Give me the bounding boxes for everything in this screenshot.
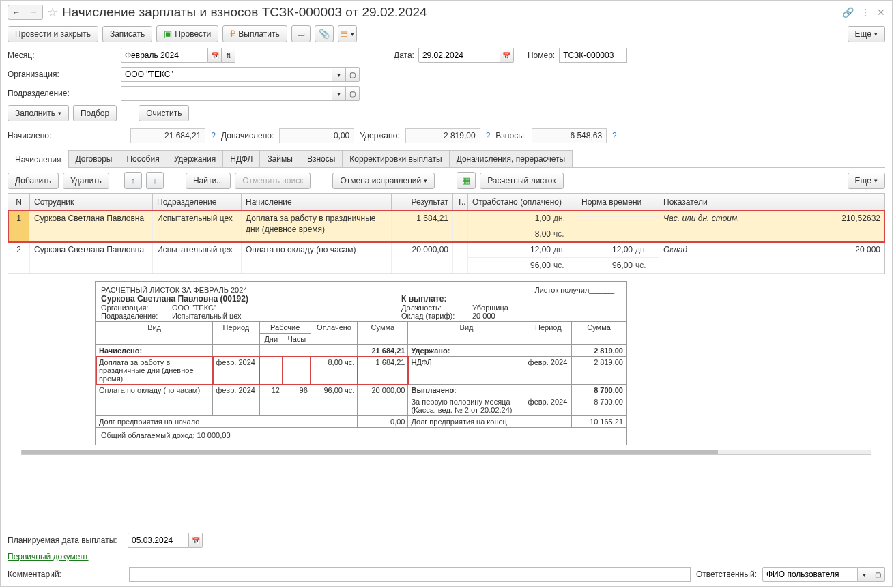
contrib-label: Взносы: xyxy=(495,131,526,141)
tab-accruals[interactable]: Начисления xyxy=(8,151,69,168)
move-down-button[interactable]: ↓ xyxy=(146,172,164,189)
col-n[interactable]: N xyxy=(8,194,30,210)
payslip-pay-label: К выплате: xyxy=(401,294,621,304)
accrued-label: Начислено: xyxy=(8,131,51,141)
clear-button[interactable]: Очистить xyxy=(139,105,189,121)
paydate-label: Планируемая дата выплаты: xyxy=(8,535,124,545)
withheld-value: 2 819,00 xyxy=(405,128,480,143)
arrow-down-icon: ↓ xyxy=(153,175,158,186)
date-input[interactable] xyxy=(418,48,500,63)
select-button[interactable]: Подбор xyxy=(73,105,117,121)
org-label: Организация: xyxy=(8,70,117,79)
number-input[interactable] xyxy=(559,48,627,63)
misc-button[interactable]: ▤▾ xyxy=(338,25,357,42)
table-row[interactable]: 1 Суркова Светлана Павловна Испытательны… xyxy=(8,211,884,242)
recalc-value: 0,00 xyxy=(279,128,354,143)
comment-input[interactable] xyxy=(129,567,691,582)
tabs: Начисления Договоры Пособия Удержания НД… xyxy=(8,150,885,168)
payslip: РАСЧЕТНЫЙ ЛИСТОК ЗА ФЕВРАЛЬ 2024 Листок … xyxy=(95,281,627,445)
col-indicators[interactable]: Показатели xyxy=(659,194,809,210)
open-icon[interactable]: ▢ xyxy=(346,67,360,82)
page-title: Начисление зарплаты и взносов ТСЗК-00000… xyxy=(62,5,427,20)
dropdown-icon[interactable]: ▾ xyxy=(858,567,871,582)
col-employee[interactable]: Сотрудник xyxy=(30,194,153,210)
spinner-icon[interactable]: ⇅ xyxy=(222,48,235,63)
favorite-icon[interactable]: ☆ xyxy=(47,5,58,20)
arrow-up-icon: ↑ xyxy=(131,175,136,186)
primary-doc-link[interactable]: Первичный документ xyxy=(8,552,89,561)
cancel-fix-button[interactable]: Отмена исправлений▾ xyxy=(332,173,435,189)
fill-button[interactable]: Заполнить▾ xyxy=(8,105,69,121)
responsible-label: Ответственный: xyxy=(696,570,757,579)
nav-forward-button[interactable]: → xyxy=(25,5,43,20)
grid-settings-button[interactable]: ▦ xyxy=(457,172,476,189)
date-label: Дата: xyxy=(394,50,414,60)
dept-input[interactable] xyxy=(121,86,332,101)
sub-more-button[interactable]: Еще▾ xyxy=(848,173,885,189)
table-row[interactable]: 2 Суркова Светлана Павловна Испытательны… xyxy=(8,242,884,274)
col-worked[interactable]: Отработано (оплачено) xyxy=(468,194,577,210)
help-icon[interactable]: ? xyxy=(211,131,216,141)
payslip-button[interactable]: Расчетный листок xyxy=(480,173,563,189)
payslip-employee: Суркова Светлана Павловна (00192) xyxy=(101,294,401,304)
calendar-icon[interactable]: 📅 xyxy=(189,533,203,548)
calendar-icon[interactable]: 📅 xyxy=(500,48,514,63)
close-icon[interactable]: ✕ xyxy=(877,7,885,18)
month-input[interactable] xyxy=(121,48,208,63)
col-t[interactable]: Т.. xyxy=(453,194,468,210)
help-icon[interactable]: ? xyxy=(486,131,491,141)
pay-icon: ₽ xyxy=(230,29,235,39)
tab-withholdings[interactable]: Удержания xyxy=(167,150,224,167)
tab-contracts[interactable]: Договоры xyxy=(68,150,120,167)
cancel-search-button[interactable]: Отменить поиск xyxy=(235,173,311,189)
payslip-title: РАСЧЕТНЫЙ ЛИСТОК ЗА ФЕВРАЛЬ 2024 xyxy=(101,286,247,294)
post-button[interactable]: ▣Провести xyxy=(156,25,218,42)
kebab-menu-icon[interactable]: ⋮ xyxy=(861,7,870,18)
month-label: Месяц: xyxy=(8,50,117,60)
help-icon[interactable]: ? xyxy=(612,131,617,141)
payslip-received: Листок получил______ xyxy=(534,286,614,294)
delete-row-button[interactable]: Удалить xyxy=(63,173,109,189)
responsible-input[interactable] xyxy=(762,567,858,582)
payslip-taxable: Общий облагаемый доход: 10 000,00 xyxy=(96,428,626,445)
post-icon: ▣ xyxy=(164,29,172,39)
folder-icon: ▤ xyxy=(340,29,348,39)
comment-label: Комментарий: xyxy=(8,570,124,579)
report-button[interactable]: ▭ xyxy=(291,25,311,42)
post-and-close-button[interactable]: Провести и закрыть xyxy=(8,26,98,42)
save-button[interactable]: Записать xyxy=(102,26,152,42)
link-icon[interactable]: 🔗 xyxy=(842,7,854,18)
dropdown-icon[interactable]: ▾ xyxy=(332,86,346,101)
org-input[interactable] xyxy=(121,67,332,82)
col-indval[interactable] xyxy=(809,194,884,210)
tab-benefits[interactable]: Пособия xyxy=(119,150,167,167)
dropdown-icon[interactable]: ▾ xyxy=(332,67,346,82)
col-dept[interactable]: Подразделение xyxy=(153,194,242,210)
calendar-icon[interactable]: 📅 xyxy=(208,48,222,63)
tab-contribs[interactable]: Взносы xyxy=(300,150,343,167)
attach-button[interactable]: 📎 xyxy=(315,25,334,42)
tab-corrections[interactable]: Корректировки выплаты xyxy=(342,150,449,167)
report-icon: ▭ xyxy=(297,29,305,39)
add-row-button[interactable]: Добавить xyxy=(8,173,59,189)
col-accrual[interactable]: Начисление xyxy=(242,194,392,210)
open-icon[interactable]: ▢ xyxy=(346,86,360,101)
tab-loans[interactable]: Займы xyxy=(259,150,300,167)
contrib-value: 6 548,63 xyxy=(532,128,607,143)
pay-button[interactable]: ₽Выплатить xyxy=(222,25,287,42)
tab-ndfl[interactable]: НДФЛ xyxy=(222,150,260,167)
col-norm[interactable]: Норма времени xyxy=(577,194,659,210)
dept-label: Подразделение: xyxy=(8,89,117,98)
number-label: Номер: xyxy=(528,50,555,60)
find-button[interactable]: Найти... xyxy=(186,173,231,189)
nav-back-button[interactable]: ← xyxy=(8,5,25,20)
open-icon[interactable]: ▢ xyxy=(871,567,885,582)
recalc-label: Доначислено: xyxy=(221,131,274,141)
horizontal-scrollbar[interactable] xyxy=(21,450,871,455)
tab-recalcs[interactable]: Доначисления, перерасчеты xyxy=(449,150,573,167)
col-result[interactable]: Результат xyxy=(392,194,453,210)
payslip-table: Вид Период Рабочие Оплачено Сумма Вид Пе… xyxy=(96,321,626,428)
move-up-button[interactable]: ↑ xyxy=(124,172,142,189)
paydate-input[interactable] xyxy=(128,533,189,548)
more-button[interactable]: Еще▾ xyxy=(848,26,885,42)
